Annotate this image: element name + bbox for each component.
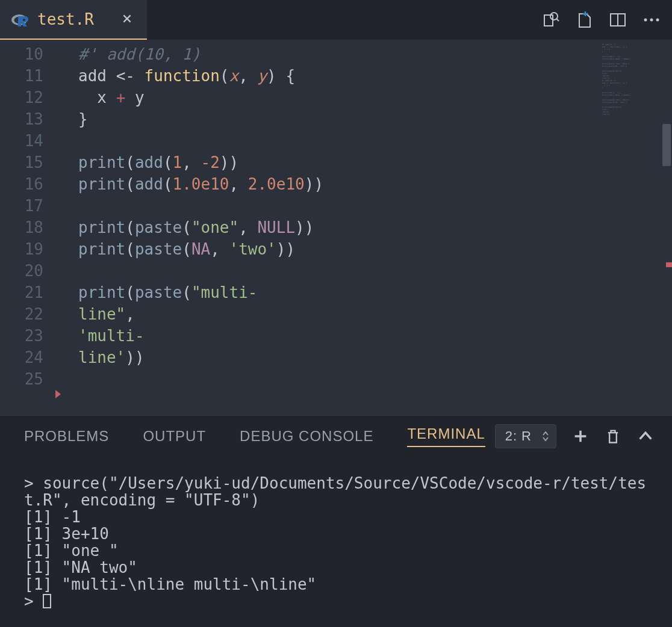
line-number: 13 bbox=[0, 108, 54, 130]
scrollbar-marker bbox=[666, 262, 672, 267]
code-line[interactable] bbox=[78, 195, 594, 217]
svg-point-5 bbox=[644, 19, 647, 22]
fold-arrow-icon bbox=[55, 390, 61, 398]
terminal-line: > source("/Users/yuki-ud/Documents/Sourc… bbox=[24, 475, 648, 508]
minimap[interactable]: #' add(10, 1) add <- function(x, y) { x … bbox=[602, 43, 656, 134]
terminal-selector-label: 2: R bbox=[505, 428, 532, 444]
panel-tabs: PROBLEMS OUTPUT DEBUG CONSOLE TERMINAL 2… bbox=[0, 417, 672, 456]
split-editor-icon[interactable] bbox=[608, 10, 627, 29]
kill-terminal-icon[interactable] bbox=[605, 428, 621, 445]
terminal-content[interactable]: > source("/Users/yuki-ud/Documents/Sourc… bbox=[0, 456, 672, 627]
line-number: 22 bbox=[0, 303, 54, 325]
panel-actions: 2: R bbox=[495, 417, 654, 456]
line-number: 15 bbox=[0, 152, 54, 173]
line-number: 25 bbox=[0, 368, 54, 390]
code-line[interactable] bbox=[78, 260, 594, 282]
editor-scrollbar[interactable] bbox=[661, 40, 672, 416]
code-line[interactable]: 'multi- bbox=[78, 325, 594, 347]
editor-tab[interactable]: test.R bbox=[0, 0, 147, 40]
line-number: 18 bbox=[0, 217, 54, 238]
editor-tab-filename: test.R bbox=[37, 10, 94, 28]
line-number: 17 bbox=[0, 195, 54, 217]
terminal-line: [1] "NA two" bbox=[24, 559, 648, 576]
panel-tab-output[interactable]: OUTPUT bbox=[143, 428, 206, 445]
dropdown-arrows-icon bbox=[543, 431, 549, 441]
terminal-line: [1] -1 bbox=[24, 508, 648, 525]
panel-tab-terminal[interactable]: TERMINAL bbox=[407, 425, 485, 447]
code-line[interactable]: } bbox=[78, 108, 594, 130]
line-number: 14 bbox=[0, 130, 54, 152]
code-line[interactable]: add <- function(x, y) { bbox=[78, 65, 594, 87]
svg-point-6 bbox=[650, 19, 653, 22]
editor-tab-bar: test.R bbox=[0, 0, 672, 40]
code-line[interactable]: line", bbox=[78, 303, 594, 325]
code-line[interactable] bbox=[78, 130, 594, 152]
line-number: 24 bbox=[0, 347, 54, 368]
line-number: 16 bbox=[0, 173, 54, 195]
code-line[interactable]: print(paste(NA, 'two')) bbox=[78, 238, 594, 260]
terminal-line: [1] 3e+10 bbox=[24, 525, 648, 542]
r-language-icon bbox=[11, 10, 30, 29]
editor-actions bbox=[541, 0, 666, 40]
code-line[interactable]: print(paste("multi- bbox=[78, 282, 594, 303]
code-line[interactable]: print(add(1.0e10, 2.0e10)) bbox=[78, 173, 594, 195]
code-content[interactable]: #' add(10, 1)add <- function(x, y) { x +… bbox=[78, 43, 594, 390]
more-actions-icon[interactable] bbox=[642, 10, 661, 29]
line-number: 11 bbox=[0, 65, 54, 87]
close-icon[interactable] bbox=[122, 12, 132, 27]
line-number: 20 bbox=[0, 260, 54, 282]
new-terminal-icon[interactable] bbox=[572, 428, 589, 445]
terminal-line: [1] "multi-\nline multi-\nline" bbox=[24, 576, 648, 593]
panel-tab-problems[interactable]: PROBLEMS bbox=[24, 428, 109, 445]
open-changes-icon[interactable] bbox=[574, 10, 594, 29]
code-line[interactable] bbox=[78, 368, 594, 390]
compare-changes-icon[interactable] bbox=[541, 10, 560, 29]
code-line[interactable]: #' add(10, 1) bbox=[78, 43, 594, 65]
code-line[interactable]: print(paste("one", NULL)) bbox=[78, 217, 594, 238]
terminal-selector[interactable]: 2: R bbox=[495, 424, 556, 448]
bottom-panel: PROBLEMS OUTPUT DEBUG CONSOLE TERMINAL 2… bbox=[0, 416, 672, 627]
panel-tab-debug[interactable]: DEBUG CONSOLE bbox=[240, 428, 373, 445]
terminal-line: > bbox=[24, 593, 648, 610]
line-number: 19 bbox=[0, 238, 54, 260]
line-number: 12 bbox=[0, 87, 54, 108]
line-number: 23 bbox=[0, 325, 54, 347]
scrollbar-thumb[interactable] bbox=[662, 124, 671, 166]
code-line[interactable]: x + y bbox=[78, 87, 594, 108]
maximize-panel-icon[interactable] bbox=[637, 428, 654, 445]
svg-rect-2 bbox=[544, 15, 553, 26]
line-number: 10 bbox=[0, 43, 54, 65]
svg-point-7 bbox=[656, 19, 659, 22]
line-number: 21 bbox=[0, 282, 54, 303]
code-line[interactable]: print(add(1, -2)) bbox=[78, 152, 594, 173]
code-line[interactable]: line')) bbox=[78, 347, 594, 368]
code-editor[interactable]: 10111213141516171819202122232425 #' add(… bbox=[0, 40, 672, 416]
terminal-cursor bbox=[43, 594, 51, 608]
line-number-gutter: 10111213141516171819202122232425 bbox=[0, 40, 54, 390]
terminal-line: [1] "one " bbox=[24, 542, 648, 559]
